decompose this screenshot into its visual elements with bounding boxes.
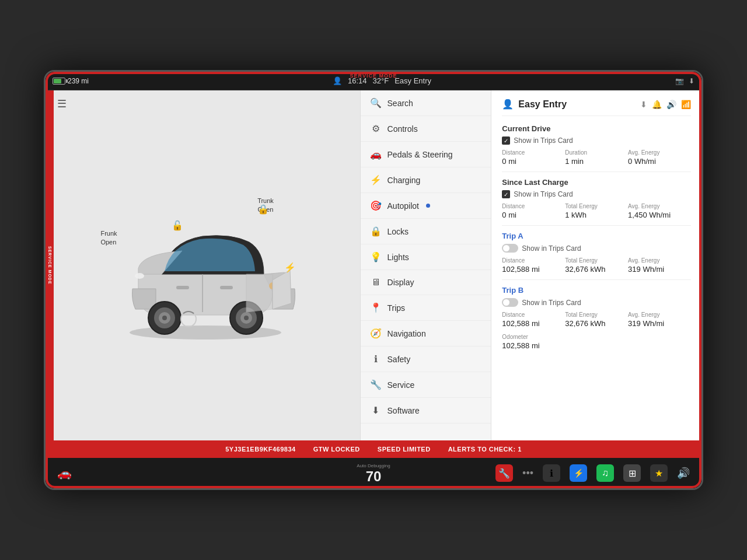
status-alerts: ALERTS TO CHECK: 1 [448, 446, 522, 453]
since-last-charge-label: Show in Trips Card [514, 190, 573, 198]
menu-item-autopilot[interactable]: 🎯 Autopilot [361, 193, 491, 219]
battery-mi: 239 mi [68, 77, 89, 85]
menu-label-display: Display [388, 278, 414, 287]
top-bar: 239 mi SERVICE MODE 👤 16:14 32°F Easy En… [46, 72, 701, 90]
navigation-icon: 🧭 [370, 328, 382, 339]
taskbar-bluetooth-app[interactable]: ⚡ [570, 464, 587, 482]
taskbar-speed-value: 70 [366, 470, 382, 484]
autopilot-dot [426, 204, 430, 208]
menu-label-navigation: Navigation [388, 329, 426, 338]
profile-header-icon: 👤 [502, 99, 514, 110]
taskbar-volume[interactable]: 🔊 [677, 467, 690, 480]
menu-item-trips[interactable]: 📍 Trips [361, 295, 491, 321]
menu-item-navigation[interactable]: 🧭 Navigation [361, 321, 491, 346]
trip-a-checkbox-row[interactable]: Show in Trips Card [502, 244, 691, 253]
header-download-icon[interactable]: ⬇ [640, 100, 647, 109]
display-icon: 🖥 [370, 277, 382, 288]
wrench-icon: 🔧 [498, 468, 510, 479]
menu-item-software[interactable]: ⬇ Software [361, 398, 491, 424]
menu-item-charging[interactable]: ⚡ Charging [361, 167, 491, 193]
profile-icon: 👤 [333, 76, 342, 85]
taskbar-service-app[interactable]: 🔧 [495, 464, 513, 482]
menu-item-service[interactable]: 🔧 Service [361, 372, 491, 398]
header-signal-icon[interactable]: 📶 [681, 100, 691, 109]
autopilot-icon: 🎯 [370, 200, 382, 211]
trip-a-toggle[interactable] [502, 244, 518, 253]
camera-icon[interactable]: 📷 [675, 77, 684, 85]
current-drive-title: Current Drive [502, 124, 691, 133]
divider-3 [502, 279, 691, 280]
menu-item-display[interactable]: 🖥 Display [361, 270, 491, 295]
menu-label-charging: Charging [388, 176, 421, 185]
battery-fill [54, 79, 61, 83]
menu-label-trips: Trips [388, 303, 406, 313]
top-profile: Easy Entry [395, 76, 431, 85]
trip-b-title: Trip B [502, 286, 691, 295]
status-speed: SPEED LIMITED [378, 446, 431, 453]
volume-icon: 🔊 [677, 467, 690, 480]
menu-label-safety: Safety [388, 355, 411, 364]
trips-icon: 📍 [370, 302, 382, 313]
safety-icon: ℹ [370, 354, 382, 365]
slc-avg-energy: Avg. Energy 1,450 Wh/mi [628, 203, 691, 219]
right-header-left: 👤 Easy Entry [502, 99, 567, 110]
trip-a-title: Trip A [502, 232, 691, 240]
status-gtw: GTW LOCKED [313, 446, 360, 453]
since-last-checkmark: ✓ [502, 190, 510, 198]
right-header-icons: ⬇ 🔔 🔊 📶 [640, 100, 691, 109]
battery-icon [53, 78, 65, 85]
taskbar-spotify-app[interactable]: ♫ [596, 464, 614, 482]
download-icon[interactable]: ⬇ [689, 77, 694, 85]
spotify-icon: ♫ [602, 468, 609, 478]
current-drive-duration: Duration 1 min [565, 149, 628, 166]
trip-b-avg-energy: Avg. Energy 319 Wh/mi [628, 312, 691, 328]
tesla-screen: 239 mi SERVICE MODE 👤 16:14 32°F Easy En… [44, 70, 703, 490]
software-icon: ⬇ [370, 405, 382, 416]
since-last-charge-checkbox-row[interactable]: ✓ Show in Trips Card [502, 190, 691, 198]
car-svg [92, 184, 313, 347]
menu-label-lights: Lights [388, 253, 409, 262]
header-bell-icon[interactable]: 🔔 [652, 100, 662, 109]
service-icon: 🔧 [370, 379, 382, 390]
trip-b-toggle[interactable] [502, 298, 518, 307]
menu-item-controls[interactable]: ⚙ Controls [361, 116, 491, 142]
trip-a-total-energy: Total Energy 32,676 kWh [565, 257, 628, 274]
trip-b-checkbox-row[interactable]: Show in Trips Card [502, 298, 691, 307]
pedals-icon: 🚗 [370, 149, 382, 160]
taskbar-star-app[interactable]: ★ [650, 464, 668, 482]
taskbar-car[interactable]: 🚗 [57, 466, 72, 480]
current-drive-checkbox-label: Show in Trips Card [514, 136, 573, 145]
menu-item-safety[interactable]: ℹ Safety [361, 346, 491, 372]
left-panel: SERVICE MODE ☰ Frunk Open Trunk Open 🔓 🔒 [46, 90, 361, 440]
car-container: Frunk Open Trunk Open 🔓 🔒 [92, 184, 313, 347]
svg-rect-2 [176, 286, 189, 289]
current-drive-distance: Distance 0 mi [502, 149, 565, 166]
menu-item-locks[interactable]: 🔒 Locks [361, 219, 491, 244]
svg-rect-3 [220, 286, 233, 289]
menu-label-service: Service [388, 380, 415, 390]
trip-b-label: Show in Trips Card [522, 299, 581, 307]
right-panel: 👤 Easy Entry ⬇ 🔔 🔊 📶 Current Drive ✓ Sho… [491, 90, 701, 440]
top-bar-left: 239 mi [53, 77, 89, 85]
svg-point-12 [135, 273, 144, 279]
menu-item-search[interactable]: 🔍 Search [361, 90, 491, 116]
menu-label-pedals: Pedals & Steering [388, 150, 453, 159]
odometer-row: Odometer 102,588 mi [502, 334, 691, 350]
star-icon: ★ [655, 468, 663, 479]
status-vin: 5YJ3E1EB9KF469834 [225, 446, 295, 453]
menu-item-pedals[interactable]: 🚗 Pedals & Steering [361, 142, 491, 167]
current-drive-avg-energy: Avg. Energy 0 Wh/mi [628, 149, 691, 166]
menu-label-autopilot: Autopilot [388, 201, 419, 211]
menu-icon-area[interactable]: ☰ [57, 97, 67, 110]
trip-b-stats: Distance 102,588 mi Total Energy 32,676 … [502, 312, 691, 328]
taskbar-dots[interactable]: ••• [522, 467, 533, 480]
taskbar-info-app[interactable]: ℹ [543, 464, 560, 482]
taskbar-tiles-app[interactable]: ⊞ [623, 464, 641, 482]
current-drive-checkbox-row[interactable]: ✓ Show in Trips Card [502, 136, 691, 145]
locks-icon: 🔒 [370, 226, 382, 237]
menu-item-lights[interactable]: 💡 Lights [361, 244, 491, 270]
taskbar-right: 🔧 ••• ℹ ⚡ ♫ ⊞ ★ [495, 464, 690, 482]
charging-menu-icon: ⚡ [370, 174, 382, 186]
current-drive-stats: Distance 0 mi Duration 1 min Avg. Energy… [502, 149, 691, 166]
header-sound-icon[interactable]: 🔊 [666, 100, 676, 109]
